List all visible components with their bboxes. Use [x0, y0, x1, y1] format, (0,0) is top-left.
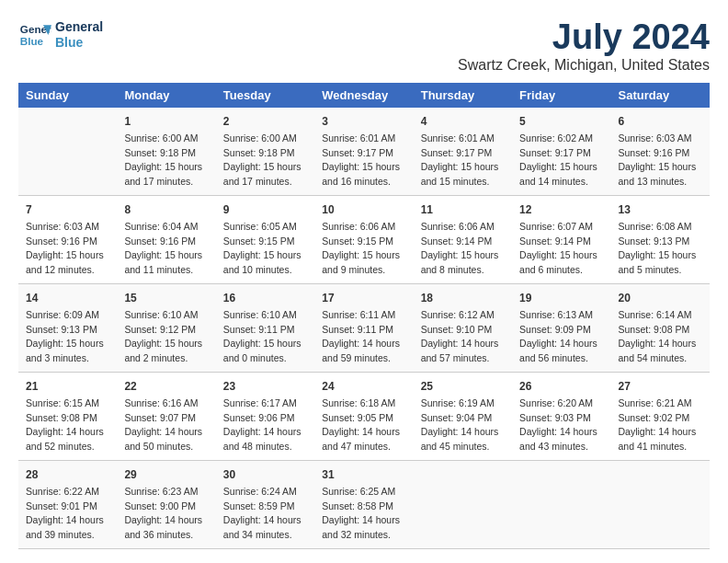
- calendar-cell: 18Sunrise: 6:12 AMSunset: 9:10 PMDayligh…: [414, 283, 512, 372]
- subtitle: Swartz Creek, Michigan, United States: [458, 57, 710, 74]
- day-info: Sunrise: 6:06 AMSunset: 9:15 PMDaylight:…: [322, 220, 405, 278]
- day-number: 12: [519, 201, 603, 218]
- day-info: Sunrise: 6:08 AMSunset: 9:13 PMDaylight:…: [619, 220, 702, 278]
- logo-text: General Blue: [55, 19, 103, 51]
- day-info: Sunrise: 6:23 AMSunset: 9:00 PMDaylight:…: [124, 485, 208, 543]
- title-area: July 2024 Swartz Creek, Michigan, United…: [458, 18, 710, 74]
- day-number: 20: [619, 290, 702, 306]
- day-info: Sunrise: 6:24 AMSunset: 8:59 PMDaylight:…: [223, 485, 307, 543]
- day-info: Sunrise: 6:06 AMSunset: 9:14 PMDaylight:…: [421, 220, 505, 278]
- calendar-cell: 6Sunrise: 6:03 AMSunset: 9:16 PMDaylight…: [611, 108, 710, 196]
- day-info: Sunrise: 6:03 AMSunset: 9:16 PMDaylight:…: [619, 132, 702, 190]
- calendar-cell: 30Sunrise: 6:24 AMSunset: 8:59 PMDayligh…: [216, 460, 314, 548]
- day-number: 13: [619, 201, 702, 218]
- calendar-cell: 29Sunrise: 6:23 AMSunset: 9:00 PMDayligh…: [117, 460, 215, 548]
- calendar-cell: 13Sunrise: 6:08 AMSunset: 9:13 PMDayligh…: [611, 195, 710, 283]
- day-number: 10: [322, 201, 405, 218]
- day-number: 21: [26, 378, 109, 395]
- day-info: Sunrise: 6:14 AMSunset: 9:08 PMDaylight:…: [619, 308, 702, 366]
- day-info: Sunrise: 6:16 AMSunset: 9:07 PMDaylight:…: [124, 396, 208, 454]
- column-header-sunday: Sunday: [18, 83, 117, 108]
- calendar-cell: 10Sunrise: 6:06 AMSunset: 9:15 PMDayligh…: [314, 195, 413, 283]
- day-info: Sunrise: 6:10 AMSunset: 9:11 PMDaylight:…: [223, 308, 307, 366]
- day-info: Sunrise: 6:00 AMSunset: 9:18 PMDaylight:…: [223, 132, 307, 190]
- calendar-header-row: SundayMondayTuesdayWednesdayThursdayFrid…: [18, 83, 710, 108]
- column-header-monday: Monday: [117, 83, 215, 108]
- day-number: 30: [223, 466, 307, 483]
- calendar-cell: [512, 460, 610, 548]
- day-number: 28: [26, 466, 109, 483]
- calendar-cell: 31Sunrise: 6:25 AMSunset: 8:58 PMDayligh…: [314, 460, 413, 548]
- calendar-cell: 28Sunrise: 6:22 AMSunset: 9:01 PMDayligh…: [18, 460, 117, 548]
- day-number: 17: [322, 290, 405, 306]
- calendar-cell: 27Sunrise: 6:21 AMSunset: 9:02 PMDayligh…: [611, 372, 710, 460]
- calendar-cell: 20Sunrise: 6:14 AMSunset: 9:08 PMDayligh…: [611, 283, 710, 372]
- day-info: Sunrise: 6:22 AMSunset: 9:01 PMDaylight:…: [26, 485, 109, 543]
- calendar-week-row: 28Sunrise: 6:22 AMSunset: 9:01 PMDayligh…: [18, 460, 710, 548]
- day-info: Sunrise: 6:17 AMSunset: 9:06 PMDaylight:…: [223, 396, 307, 454]
- calendar-cell: 25Sunrise: 6:19 AMSunset: 9:04 PMDayligh…: [414, 372, 512, 460]
- day-number: 24: [322, 378, 405, 395]
- calendar-cell: 9Sunrise: 6:05 AMSunset: 9:15 PMDaylight…: [216, 195, 314, 283]
- day-info: Sunrise: 6:04 AMSunset: 9:16 PMDaylight:…: [124, 220, 208, 278]
- calendar-cell: 26Sunrise: 6:20 AMSunset: 9:03 PMDayligh…: [512, 372, 610, 460]
- calendar-cell: 3Sunrise: 6:01 AMSunset: 9:17 PMDaylight…: [314, 108, 413, 196]
- column-header-thursday: Thursday: [414, 83, 512, 108]
- day-number: 11: [421, 201, 505, 218]
- day-number: 3: [322, 113, 405, 130]
- calendar-cell: 24Sunrise: 6:18 AMSunset: 9:05 PMDayligh…: [314, 372, 413, 460]
- logo-icon: General Blue: [18, 18, 51, 52]
- calendar-cell: 22Sunrise: 6:16 AMSunset: 9:07 PMDayligh…: [117, 372, 215, 460]
- column-header-tuesday: Tuesday: [216, 83, 314, 108]
- column-header-friday: Friday: [512, 83, 610, 108]
- day-number: 29: [124, 466, 208, 483]
- day-info: Sunrise: 6:20 AMSunset: 9:03 PMDaylight:…: [519, 396, 603, 454]
- calendar-cell: [611, 460, 710, 548]
- calendar-cell: 5Sunrise: 6:02 AMSunset: 9:17 PMDaylight…: [512, 108, 610, 196]
- calendar-cell: [18, 108, 117, 196]
- day-info: Sunrise: 6:21 AMSunset: 9:02 PMDaylight:…: [619, 396, 702, 454]
- day-number: 27: [619, 378, 702, 395]
- calendar-week-row: 1Sunrise: 6:00 AMSunset: 9:18 PMDaylight…: [18, 108, 710, 196]
- calendar-week-row: 7Sunrise: 6:03 AMSunset: 9:16 PMDaylight…: [18, 195, 710, 283]
- day-info: Sunrise: 6:03 AMSunset: 9:16 PMDaylight:…: [26, 220, 109, 278]
- day-number: 8: [124, 201, 208, 218]
- day-number: 23: [223, 378, 307, 395]
- calendar-cell: 19Sunrise: 6:13 AMSunset: 9:09 PMDayligh…: [512, 283, 610, 372]
- day-number: 1: [124, 113, 208, 130]
- calendar-cell: 23Sunrise: 6:17 AMSunset: 9:06 PMDayligh…: [216, 372, 314, 460]
- day-info: Sunrise: 6:19 AMSunset: 9:04 PMDaylight:…: [421, 396, 505, 454]
- calendar-cell: 11Sunrise: 6:06 AMSunset: 9:14 PMDayligh…: [414, 195, 512, 283]
- column-header-wednesday: Wednesday: [314, 83, 413, 108]
- day-info: Sunrise: 6:11 AMSunset: 9:11 PMDaylight:…: [322, 308, 405, 366]
- day-number: 18: [421, 290, 505, 306]
- day-number: 6: [619, 113, 702, 130]
- day-info: Sunrise: 6:12 AMSunset: 9:10 PMDaylight:…: [421, 308, 505, 366]
- calendar-cell: 4Sunrise: 6:01 AMSunset: 9:17 PMDaylight…: [414, 108, 512, 196]
- calendar-cell: 17Sunrise: 6:11 AMSunset: 9:11 PMDayligh…: [314, 283, 413, 372]
- day-info: Sunrise: 6:15 AMSunset: 9:08 PMDaylight:…: [26, 396, 109, 454]
- calendar-cell: [414, 460, 512, 548]
- day-info: Sunrise: 6:13 AMSunset: 9:09 PMDaylight:…: [519, 308, 603, 366]
- calendar-table: SundayMondayTuesdayWednesdayThursdayFrid…: [18, 83, 710, 549]
- day-info: Sunrise: 6:18 AMSunset: 9:05 PMDaylight:…: [322, 396, 405, 454]
- calendar-cell: 12Sunrise: 6:07 AMSunset: 9:14 PMDayligh…: [512, 195, 610, 283]
- day-number: 2: [223, 113, 307, 130]
- day-number: 16: [223, 290, 307, 306]
- day-info: Sunrise: 6:05 AMSunset: 9:15 PMDaylight:…: [223, 220, 307, 278]
- day-number: 5: [519, 113, 603, 130]
- day-number: 19: [519, 290, 603, 306]
- column-header-saturday: Saturday: [611, 83, 710, 108]
- calendar-cell: 14Sunrise: 6:09 AMSunset: 9:13 PMDayligh…: [18, 283, 117, 372]
- calendar-cell: 15Sunrise: 6:10 AMSunset: 9:12 PMDayligh…: [117, 283, 215, 372]
- day-number: 31: [322, 466, 405, 483]
- main-title: July 2024: [458, 18, 710, 57]
- day-info: Sunrise: 6:02 AMSunset: 9:17 PMDaylight:…: [519, 132, 603, 190]
- svg-text:Blue: Blue: [20, 35, 44, 47]
- day-number: 15: [124, 290, 208, 306]
- day-number: 9: [223, 201, 307, 218]
- day-number: 26: [519, 378, 603, 395]
- day-info: Sunrise: 6:25 AMSunset: 8:58 PMDaylight:…: [322, 485, 405, 543]
- day-info: Sunrise: 6:01 AMSunset: 9:17 PMDaylight:…: [322, 132, 405, 190]
- day-number: 22: [124, 378, 208, 395]
